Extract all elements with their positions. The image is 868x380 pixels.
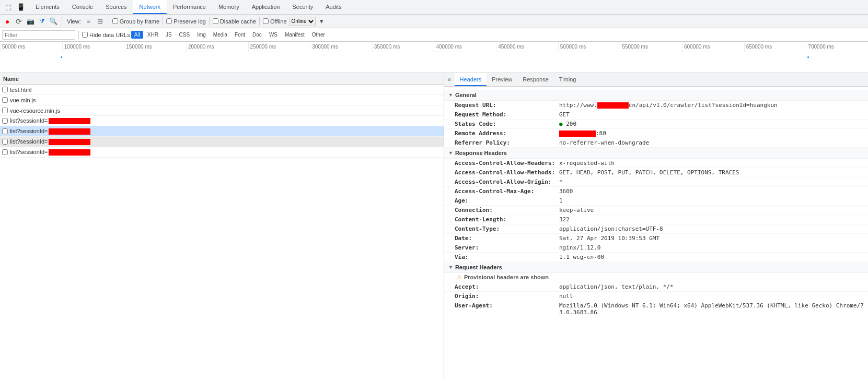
general-section-header[interactable]: General: [444, 90, 868, 101]
tab-application[interactable]: Application: [246, 0, 286, 14]
disable-cache-input[interactable]: [213, 18, 218, 24]
hide-data-urls-checkbox[interactable]: Hide data URLs: [82, 32, 130, 38]
content-type-value: application/json;charset=UTF-8: [559, 225, 663, 232]
requests-panel: Name test.htmlvue.min.jsvue-resource.min…: [0, 73, 444, 380]
filter-ws-btn[interactable]: WS: [266, 31, 281, 38]
throttle-dropdown-icon[interactable]: ▾: [317, 16, 327, 27]
request-row-name: list?sessionId=: [10, 117, 90, 124]
age-value: 1: [559, 197, 563, 204]
request-row[interactable]: vue.min.js: [0, 95, 444, 105]
main-content: Name test.htmlvue.min.jsvue-resource.min…: [0, 73, 868, 380]
detail-row-referrer-policy: Referrer Policy: no-referrer-when-downgr…: [444, 138, 868, 148]
filter-css-btn[interactable]: CSS: [176, 31, 193, 38]
offline-input[interactable]: [263, 18, 269, 24]
response-headers-section-header[interactable]: Response Headers: [444, 148, 868, 159]
timeline-tick: 300000 ms: [310, 42, 372, 52]
request-method-value: GET: [559, 111, 570, 118]
filter-xhr-btn[interactable]: XHR: [144, 31, 161, 38]
filter-doc-btn[interactable]: Doc: [249, 31, 265, 38]
detail-row-request-method: Request Method: GET: [444, 110, 868, 120]
details-close-btn[interactable]: ×: [444, 73, 455, 86]
remote-address-label: Remote Address:: [455, 130, 559, 137]
device-icon[interactable]: 📱: [16, 2, 26, 13]
tab-performance[interactable]: Performance: [167, 0, 212, 14]
tab-response[interactable]: Response: [517, 73, 554, 86]
tab-memory[interactable]: Memory: [212, 0, 246, 14]
tree-view-icon[interactable]: ⊞: [95, 16, 106, 27]
request-row[interactable]: vue-resource.min.js: [0, 105, 444, 116]
request-row-name: vue-resource.min.js: [10, 108, 60, 114]
timeline: 50000 ms100000 ms150000 ms200000 ms25000…: [0, 42, 868, 73]
tab-network[interactable]: Network: [133, 0, 167, 14]
request-row[interactable]: test.html: [0, 85, 444, 95]
status-code-value: ● 200: [559, 121, 576, 127]
tab-preview[interactable]: Preview: [487, 73, 517, 86]
filter-other-btn[interactable]: Other: [309, 31, 328, 38]
filter-all-btn[interactable]: All: [131, 31, 143, 39]
referrer-policy-label: Referrer Policy:: [455, 139, 559, 146]
request-row[interactable]: list?sessionId=: [0, 147, 444, 158]
request-row-checkbox[interactable]: [2, 128, 8, 134]
devtools-controls: ⬚ 📱: [0, 0, 29, 14]
offline-checkbox[interactable]: Offline: [263, 18, 287, 25]
requests-list[interactable]: test.htmlvue.min.jsvue-resource.min.jsli…: [0, 85, 444, 380]
timeline-tick: 500000 ms: [558, 42, 620, 52]
record-stop-icon[interactable]: ●: [2, 16, 13, 27]
separator-5: [259, 17, 260, 26]
preserve-log-input[interactable]: [166, 18, 172, 24]
timeline-tick: 650000 ms: [744, 42, 806, 52]
request-row[interactable]: list?sessionId=: [0, 116, 444, 126]
connection-value: keep-alive: [559, 207, 594, 213]
timeline-tick: 600000 ms: [682, 42, 744, 52]
view-label: View:: [65, 16, 83, 27]
tab-security[interactable]: Security: [286, 0, 319, 14]
preserve-log-checkbox[interactable]: Preserve log: [166, 18, 206, 25]
acao-max-age-label: Access-Control-Max-Age:: [455, 188, 559, 195]
request-row-checkbox[interactable]: [2, 118, 8, 124]
filter-manifest-btn[interactable]: Manifest: [282, 31, 308, 38]
group-by-frame-input[interactable]: [112, 18, 118, 24]
request-row-checkbox[interactable]: [2, 97, 8, 103]
status-code-number: 200: [566, 121, 576, 127]
tab-console[interactable]: Console: [66, 0, 99, 14]
preserve-log-label: Preserve log: [173, 18, 206, 25]
tab-timing[interactable]: Timing: [554, 73, 582, 86]
offline-label: Offline: [270, 18, 287, 25]
server-label: Server:: [455, 244, 559, 251]
hide-data-urls-input[interactable]: [82, 32, 88, 38]
filter-input[interactable]: [2, 30, 75, 40]
filter-img-btn[interactable]: Img: [194, 31, 209, 38]
request-row-checkbox[interactable]: [2, 87, 8, 92]
search-icon[interactable]: 🔍: [48, 16, 59, 27]
filter-font-btn[interactable]: Font: [232, 31, 248, 38]
request-row-name: test.html: [10, 87, 32, 93]
disable-cache-checkbox[interactable]: Disable cache: [213, 18, 256, 25]
detail-row-server: Server: nginx/1.12.0: [444, 243, 868, 253]
request-row-name: list?sessionId=: [10, 128, 90, 135]
request-headers-section-header[interactable]: Request Headers: [444, 262, 868, 273]
request-row-checkbox[interactable]: [2, 149, 8, 155]
request-row-checkbox[interactable]: [2, 108, 8, 113]
tab-audits[interactable]: Audits: [319, 0, 348, 14]
separator-filter: [78, 31, 79, 39]
group-by-frame-checkbox[interactable]: Group by frame: [112, 18, 159, 25]
tab-elements[interactable]: Elements: [29, 0, 66, 14]
request-row[interactable]: list?sessionId=: [0, 137, 444, 147]
list-view-icon[interactable]: ≡: [84, 16, 94, 27]
clear-icon[interactable]: ⟳: [14, 16, 24, 27]
acao-headers-value: x-requested-with: [559, 160, 615, 167]
timeline-dot-1: [61, 56, 62, 58]
group-by-frame-label: Group by frame: [120, 18, 159, 25]
throttle-select[interactable]: Online: [289, 17, 316, 26]
accept-value: application/json, text/plain, */*: [559, 283, 674, 290]
tab-sources[interactable]: Sources: [99, 0, 133, 14]
tab-headers[interactable]: Headers: [455, 73, 487, 86]
filter-media-btn[interactable]: Media: [210, 31, 230, 38]
inspect-icon[interactable]: ⬚: [3, 2, 14, 13]
request-row-checkbox[interactable]: [2, 139, 8, 145]
camera-icon[interactable]: 📷: [25, 16, 36, 27]
detail-row-remote-address: Remote Address: :80: [444, 129, 868, 138]
request-row[interactable]: list?sessionId=: [0, 126, 444, 137]
filter-icon[interactable]: ⧩: [37, 16, 47, 27]
filter-js-btn[interactable]: JS: [163, 31, 175, 38]
